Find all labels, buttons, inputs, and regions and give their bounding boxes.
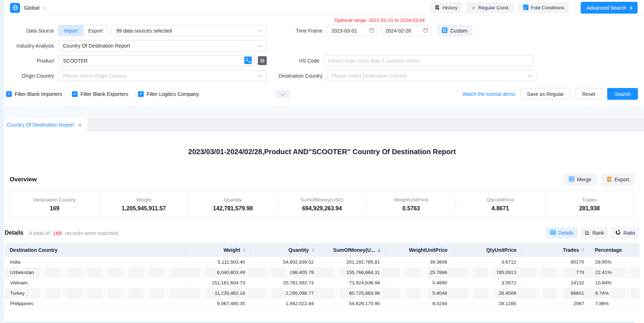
column-header[interactable]: SumOfMoney(U... [319,243,385,257]
table-cell: 9,067,480.35 [185,298,251,309]
stat-item: Destination Country169 [10,196,99,213]
export-toggle[interactable]: Export [83,25,108,36]
stat-value: 169 [10,205,99,212]
view-details-button[interactable]: Details [546,227,578,239]
reset-button[interactable]: Reset [576,88,602,100]
advanced-search-button[interactable]: Advanced Search [581,2,638,14]
view-switcher: Details Rank Ratio [546,227,639,239]
product-label: Product [4,58,58,64]
table-cell: 785.0913 [453,267,522,278]
table-cell: 2067 [522,298,590,309]
history-button[interactable]: History [430,2,462,13]
record-count: 169 [53,230,62,236]
fold-icon [523,5,529,11]
search-button[interactable]: Search [607,88,638,100]
table-row[interactable]: Vietnam151,181,604.7320,781,592.7373,924… [5,278,639,288]
custom-range-button[interactable]: Custom [437,25,472,36]
band [0,106,644,118]
view-rank-button[interactable]: Rank [581,227,609,239]
table-cell: 779 [522,267,590,278]
sort-icon[interactable] [311,248,314,252]
stat-item: WeightUnitPrice0.5763 [367,196,456,213]
product-row: Product A ⊖ HS Code [0,55,644,66]
start-date-field[interactable] [327,25,377,36]
table-cell: 3.6712 [453,257,522,267]
exclude-search-icon[interactable]: ⊖ [258,56,267,65]
column-header[interactable]: Trades [522,243,590,257]
table-cell: 28.95% [590,257,639,267]
view-ratio-button[interactable]: Ratio [611,227,639,239]
column-label: Destination Country [10,247,58,253]
sort-icon[interactable] [582,248,585,252]
column-label: QtyUnitPrice [486,247,517,253]
column-label: Percentage [595,247,622,253]
fold-conditions-button[interactable]: Fold Conditions [518,2,569,13]
checkbox-label: Filter Blank Importers [15,91,62,97]
collapse-conditions-button[interactable] [275,90,290,98]
table-row[interactable]: Uzbekistan6,040,603.49198,405.79155,766,… [5,267,639,278]
hs-code-input[interactable] [328,58,530,64]
table-row[interactable]: Philippines9,067,480.351,942,022.8454,62… [5,298,639,309]
region-selector[interactable]: Global [10,3,46,13]
checkbox-icon[interactable]: ✓ [72,91,78,97]
column-header[interactable]: Weight [185,243,251,257]
hs-code-field[interactable] [324,55,533,66]
data-sources-select[interactable]: 99 data sources selected [112,25,267,36]
start-date-input[interactable] [331,28,369,34]
chevron-down-icon [258,28,262,32]
top-bar: Global History ★ Regular Cond. Fold Cond… [0,0,644,16]
origin-country-label: Origin Country [4,73,58,79]
import-toggle[interactable]: Import [59,25,83,36]
table-row[interactable]: Turkey11,235,462.162,295,098.7760,725,86… [5,288,639,298]
industry-analysis-label: Industry Analysis [4,43,58,49]
hs-code-label: HS Code [267,58,324,64]
table-cell: India [5,257,185,267]
table-cell: 60,725,863.96 [319,288,385,298]
tutorial-link[interactable]: Watch the tutorial demo [462,91,515,97]
destination-country-select[interactable]: Please select Destination Country [327,70,536,81]
sort-icon[interactable] [243,248,246,252]
regular-cond-button[interactable]: ★ Regular Cond. [466,2,514,13]
origin-country-select[interactable]: Please select Origin Country [58,70,267,81]
translate-icon[interactable]: A [244,57,252,65]
industry-analysis-select[interactable]: Country Of Destination Report [58,40,267,51]
globe-icon [10,3,20,13]
sort-icon[interactable] [378,248,380,252]
product-field[interactable]: A [58,55,255,66]
tab-country-of-destination-report[interactable]: Country Of Destination Report × [0,118,87,132]
close-icon[interactable]: × [78,122,82,128]
table-cell: 8.74% [590,288,639,298]
chevron-down-icon [258,73,262,77]
table-cell: 11,235,462.16 [185,288,251,298]
chevron-down-icon [43,5,47,9]
merge-button[interactable]: Merge [564,173,597,186]
details-heading: Details [5,230,23,236]
stat-label: SumOfMoney(USD) [277,197,367,202]
checkbox-filter-logitics-company[interactable]: ✓Filter Logitics Company [138,91,199,97]
column-header[interactable]: Quantity [251,243,319,257]
end-date-field[interactable] [381,25,431,36]
table-cell: 1,942,022.84 [251,298,319,309]
filter-panel: Optional range: 2021-01-01 to 2024-03-04… [0,16,644,106]
calendar-icon [369,28,374,34]
product-input[interactable] [63,58,244,64]
column-header: Destination Country [5,243,185,257]
end-date-input[interactable] [385,28,423,34]
export-icon [607,176,612,183]
export-button[interactable]: Export [601,173,634,186]
chevron-down-icon [281,92,285,96]
checkbox-icon[interactable]: ✓ [138,91,144,97]
checkbox-filter-blank-exporters[interactable]: ✓Filter Blank Exporters [72,91,128,97]
details-table: Destination CountryWeightQuantitySumOfMo… [5,243,639,309]
table-row[interactable]: India5,111,503.4054,802,839.52201,192,78… [5,257,639,267]
checkbox-filter-blank-importers[interactable]: ✓Filter Blank Importers [6,91,62,97]
checkbox-icon[interactable]: ✓ [6,91,12,97]
save-as-regular-button[interactable]: Save as Regular [521,88,571,100]
overview-heading: Overview [10,176,37,183]
checkbox-label: Filter Logitics Company [147,91,199,97]
stat-item: Quantity142,781,579.98 [188,196,277,213]
chevron-right-icon [629,6,633,10]
stat-value: 142,781,579.98 [188,205,277,212]
column-label: WeightUnitPrice [409,247,448,253]
table-icon [550,230,556,236]
